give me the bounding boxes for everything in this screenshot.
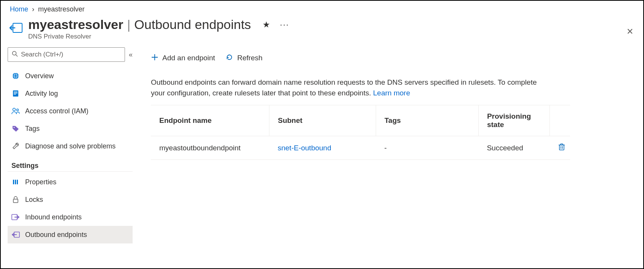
breadcrumb-home[interactable]: Home: [10, 5, 28, 13]
svg-rect-7: [14, 92, 18, 92]
people-icon: [11, 107, 20, 115]
svg-point-3: [13, 73, 19, 79]
plus-icon: [151, 53, 159, 63]
inbound-icon: [11, 213, 20, 221]
more-menu-icon[interactable]: ···: [280, 20, 289, 30]
delete-icon[interactable]: [558, 144, 565, 152]
svg-point-11: [17, 109, 19, 111]
refresh-button[interactable]: Refresh: [226, 53, 263, 63]
cell-endpoint-name: myeastoutboundendpoint: [151, 136, 269, 160]
sidebar-item-inbound-endpoints[interactable]: Inbound endpoints: [8, 208, 133, 226]
svg-rect-9: [14, 94, 16, 95]
refresh-icon: [226, 53, 233, 63]
svg-line-2: [16, 55, 18, 56]
properties-icon: [11, 178, 20, 186]
endpoints-table: Endpoint name Subnet Tags Provisioning s…: [151, 105, 570, 160]
svg-rect-14: [15, 180, 16, 184]
add-endpoint-label: Add an endpoint: [162, 54, 215, 62]
page-title-section: Outbound endpoints: [134, 17, 251, 32]
main-content: Add an endpoint Refresh Outbound endpoin…: [138, 44, 643, 266]
globe-icon: [11, 72, 20, 80]
page-title-resource: myeastresolver: [28, 17, 123, 32]
sidebar-item-label: Overview: [25, 72, 54, 80]
svg-point-12: [14, 127, 15, 128]
svg-rect-15: [17, 180, 18, 184]
sidebar-item-label: Access control (IAM): [25, 107, 88, 115]
svg-point-1: [13, 51, 16, 55]
cell-tags: -: [376, 136, 478, 160]
col-header-subnet[interactable]: Subnet: [269, 105, 376, 136]
description-text: Outbound endpoints can forward domain na…: [151, 77, 551, 98]
breadcrumb-resource[interactable]: myeastresolver: [38, 5, 85, 13]
log-icon: [11, 89, 20, 98]
svg-rect-13: [13, 180, 14, 184]
toolbar: Add an endpoint Refresh: [151, 48, 628, 68]
sidebar-item-label: Tags: [25, 125, 40, 133]
search-placeholder: Search (Ctrl+/): [21, 51, 63, 58]
svg-rect-19: [559, 145, 564, 150]
wrench-icon: [11, 142, 20, 150]
svg-point-10: [13, 108, 16, 111]
learn-more-link[interactable]: Learn more: [373, 89, 410, 97]
sidebar-item-diagnose[interactable]: Diagnose and solve problems: [8, 137, 133, 155]
outbound-icon: [11, 230, 20, 239]
sidebar-item-access-control[interactable]: Access control (IAM): [8, 102, 133, 120]
cell-state: Succeeded: [479, 136, 549, 160]
svg-rect-6: [13, 90, 18, 97]
collapse-sidebar-icon[interactable]: «: [129, 51, 133, 59]
sidebar: Search (Ctrl+/) « Overview Activity log …: [1, 44, 138, 266]
resource-type-label: DNS Private Resolver: [28, 33, 289, 40]
sidebar-item-properties[interactable]: Properties: [8, 173, 133, 191]
tag-icon: [11, 124, 20, 133]
chevron-right-icon: ›: [32, 5, 34, 13]
add-endpoint-button[interactable]: Add an endpoint: [151, 53, 215, 63]
search-input[interactable]: Search (Ctrl+/): [8, 47, 125, 62]
sidebar-item-locks[interactable]: Locks: [8, 191, 133, 208]
col-header-name[interactable]: Endpoint name: [151, 105, 269, 136]
breadcrumb: Home › myeastresolver: [1, 1, 643, 16]
sidebar-item-overview[interactable]: Overview: [8, 67, 133, 85]
sidebar-item-label: Properties: [25, 178, 56, 186]
col-header-state[interactable]: Provisioning state: [479, 105, 549, 136]
sidebar-item-label: Inbound endpoints: [25, 213, 82, 221]
resource-icon: [8, 19, 24, 36]
lock-icon: [11, 195, 20, 204]
favorite-star-icon[interactable]: ★: [263, 20, 270, 30]
col-header-actions: [549, 105, 570, 136]
sidebar-item-label: Outbound endpoints: [25, 231, 87, 239]
close-icon[interactable]: ✕: [626, 27, 633, 37]
page-header: myeastresolver | Outbound endpoints ★ ··…: [1, 16, 643, 44]
sidebar-item-label: Activity log: [25, 90, 58, 98]
sidebar-item-label: Diagnose and solve problems: [25, 142, 115, 150]
sidebar-item-label: Locks: [25, 196, 43, 204]
cell-subnet-link[interactable]: snet-E-outbound: [278, 144, 332, 152]
table-row[interactable]: myeastoutboundendpoint snet-E-outbound -…: [151, 136, 570, 160]
refresh-label: Refresh: [237, 54, 263, 62]
svg-rect-16: [13, 199, 18, 203]
sidebar-item-activity-log[interactable]: Activity log: [8, 85, 133, 102]
col-header-tags[interactable]: Tags: [376, 105, 478, 136]
search-icon: [12, 51, 18, 59]
sidebar-section-settings: Settings: [11, 162, 133, 170]
sidebar-item-tags[interactable]: Tags: [8, 120, 133, 137]
svg-rect-8: [14, 93, 18, 93]
sidebar-item-outbound-endpoints[interactable]: Outbound endpoints: [8, 226, 133, 243]
